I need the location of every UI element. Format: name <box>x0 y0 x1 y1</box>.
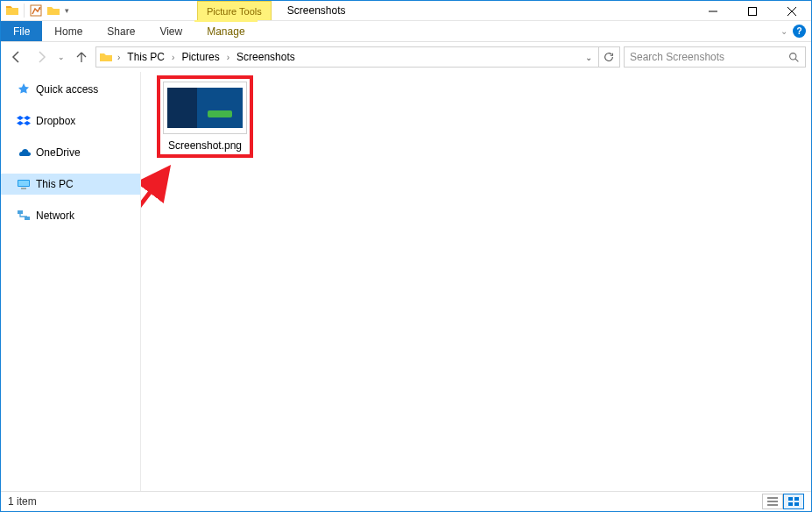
up-button[interactable] <box>71 46 92 68</box>
tree-item-network[interactable]: Network <box>1 205 140 226</box>
svg-line-8 <box>141 172 166 216</box>
address-bar[interactable]: › This PC › Pictures › Screenshots ⌄ <box>95 46 620 68</box>
annotation-highlight: Screenshot.png <box>157 75 253 158</box>
file-thumbnail <box>163 82 247 134</box>
this-pc-icon <box>17 177 31 191</box>
thumbnails-view-button[interactable] <box>783 494 804 509</box>
tab-view[interactable]: View <box>147 21 194 41</box>
tree-label: Dropbox <box>36 115 75 127</box>
tree-item-dropbox[interactable]: Dropbox <box>1 110 140 132</box>
main-area: Quick access Dropbox OneDrive This PC <box>1 72 811 491</box>
status-bar: 1 item <box>1 491 811 511</box>
svg-rect-6 <box>18 210 23 214</box>
qat-new-folder-icon[interactable] <box>46 3 61 18</box>
details-view-button[interactable] <box>762 494 783 509</box>
svg-rect-5 <box>21 188 26 189</box>
onedrive-icon <box>17 146 31 160</box>
address-folder-icon <box>98 50 114 64</box>
breadcrumb-this-pc[interactable]: This PC <box>124 51 168 63</box>
file-view[interactable]: Screenshot.png <box>141 72 811 491</box>
window-controls <box>693 1 811 20</box>
qat-separator <box>24 4 25 18</box>
svg-rect-12 <box>794 502 799 506</box>
qat-properties-icon[interactable] <box>28 3 44 18</box>
quick-access-toolbar: ▾ <box>1 1 74 20</box>
quick-access-icon <box>17 82 31 96</box>
tree-item-onedrive[interactable]: OneDrive <box>1 142 140 163</box>
forward-button[interactable] <box>31 46 52 68</box>
tab-home[interactable]: Home <box>42 21 95 41</box>
app-folder-icon <box>4 3 20 18</box>
tree-label: Quick access <box>36 83 98 96</box>
maximize-button[interactable] <box>732 1 772 21</box>
breadcrumb-screenshots[interactable]: Screenshots <box>233 51 299 63</box>
search-input[interactable] <box>628 50 801 64</box>
svg-rect-10 <box>794 497 799 501</box>
search-icon <box>788 52 800 63</box>
network-icon <box>17 209 31 223</box>
chevron-right-icon[interactable]: › <box>116 53 122 62</box>
chevron-right-icon[interactable]: › <box>170 53 176 62</box>
annotation-arrow-icon <box>141 160 180 221</box>
file-item[interactable]: Screenshot.png <box>157 75 253 158</box>
help-icon[interactable]: ? <box>793 25 806 38</box>
svg-point-2 <box>790 53 796 59</box>
tree-label: Network <box>36 210 74 222</box>
qat-customize-chevron[interactable]: ▾ <box>63 6 71 15</box>
view-mode-toggles <box>762 494 804 509</box>
ribbon-right: ⌄ ? <box>780 21 811 41</box>
navigation-pane: Quick access Dropbox OneDrive This PC <box>1 72 141 491</box>
tab-share[interactable]: Share <box>95 21 147 41</box>
status-item-count: 1 item <box>8 495 37 508</box>
tree-item-this-pc[interactable]: This PC <box>1 174 140 195</box>
ribbon-expand-chevron[interactable]: ⌄ <box>780 26 787 36</box>
title-bar: ▾ Picture Tools Screenshots <box>1 1 811 21</box>
svg-rect-0 <box>31 5 41 16</box>
ribbon-tabs: File Home Share View Manage ⌄ ? <box>1 21 811 42</box>
address-dropdown-chevron[interactable]: ⌄ <box>579 47 598 67</box>
tree-item-quick-access[interactable]: Quick access <box>1 79 140 100</box>
refresh-button[interactable] <box>598 47 618 67</box>
tab-manage[interactable]: Manage <box>194 20 257 41</box>
close-button[interactable] <box>772 1 811 21</box>
minimize-button[interactable] <box>693 1 732 21</box>
back-button[interactable] <box>6 46 27 68</box>
window-title: Screenshots <box>287 1 346 20</box>
recent-locations-chevron[interactable]: ⌄ <box>55 46 67 68</box>
svg-rect-1 <box>748 7 756 15</box>
svg-rect-11 <box>788 502 793 506</box>
svg-rect-9 <box>788 497 793 501</box>
search-box[interactable] <box>624 46 806 68</box>
tree-label: OneDrive <box>36 146 81 159</box>
tree-label: This PC <box>36 178 74 190</box>
chevron-right-icon[interactable]: › <box>225 53 231 62</box>
picture-tools-tab[interactable]: Picture Tools <box>197 1 272 20</box>
svg-rect-4 <box>18 181 29 186</box>
breadcrumb-pictures[interactable]: Pictures <box>178 51 222 63</box>
dropbox-icon <box>17 114 31 128</box>
navigation-bar: ⌄ › This PC › Pictures › Screenshots ⌄ <box>1 42 811 72</box>
file-name-label: Screenshot.png <box>163 138 247 152</box>
file-tab[interactable]: File <box>1 21 42 41</box>
